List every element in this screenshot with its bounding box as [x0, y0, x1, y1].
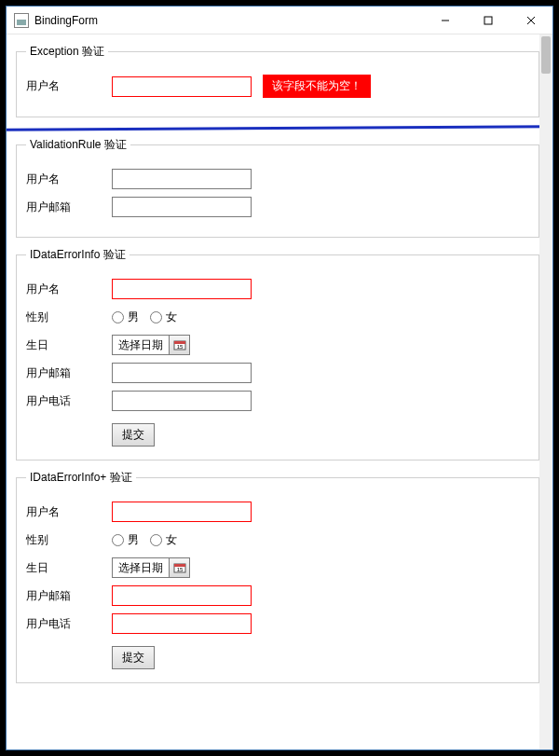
row-email: 用户邮箱 [26, 362, 529, 384]
row-username: 用户名 [26, 501, 529, 523]
radio-male-input[interactable] [112, 311, 124, 323]
label-phone: 用户电话 [26, 393, 112, 409]
row-gender: 性别 男 女 [26, 306, 529, 328]
label-username: 用户名 [26, 78, 112, 94]
row-submit: 提交 [26, 423, 529, 447]
close-icon [526, 16, 536, 25]
input-email[interactable] [112, 197, 252, 217]
row-phone: 用户电话 [26, 612, 529, 635]
group-legend: Exception 验证 [26, 44, 108, 60]
label-birthday: 生日 [26, 560, 112, 576]
svg-text:15: 15 [176, 567, 183, 572]
label-username: 用户名 [26, 282, 112, 297]
row-email: 用户邮箱 [26, 584, 529, 607]
radio-male[interactable]: 男 [112, 309, 139, 325]
titlebar: BindingForm [7, 7, 552, 34]
label-email: 用户邮箱 [26, 199, 112, 215]
datepicker-text: 选择日期 [113, 560, 169, 576]
minimize-button[interactable] [424, 7, 467, 34]
input-phone[interactable] [112, 613, 252, 634]
error-badge: 该字段不能为空！ [263, 75, 371, 98]
label-username: 用户名 [26, 504, 112, 520]
row-username: 用户名 [26, 278, 529, 300]
svg-text:15: 15 [176, 344, 183, 350]
close-button[interactable] [510, 7, 552, 34]
group-legend: ValidationRule 验证 [26, 137, 130, 153]
datepicker[interactable]: 选择日期 15 [112, 557, 190, 578]
calendar-icon[interactable]: 15 [169, 336, 189, 354]
radio-male-input[interactable] [112, 534, 124, 546]
minimize-icon [441, 16, 450, 25]
label-phone: 用户电话 [26, 616, 112, 632]
row-birthday: 生日 选择日期 15 [26, 557, 529, 579]
app-window: BindingForm Exception 验证 用户名 该字段不能为空！ Va… [6, 6, 553, 750]
radio-female[interactable]: 女 [150, 532, 177, 548]
row-gender: 性别 男 女 [26, 529, 529, 551]
submit-button[interactable]: 提交 [112, 646, 155, 669]
label-birthday: 生日 [26, 337, 112, 353]
input-username[interactable] [112, 76, 252, 97]
app-icon [14, 13, 29, 28]
radio-female-input[interactable] [150, 311, 162, 323]
group-legend: IDataErrorInfo+ 验证 [26, 470, 136, 486]
groupbox-exception: Exception 验证 用户名 该字段不能为空！ [16, 44, 539, 117]
groupbox-idataerrorinfo-plus: IDataErrorInfo+ 验证 用户名 性别 男 女 [16, 470, 539, 683]
groupbox-idataerrorinfo: IDataErrorInfo 验证 用户名 性别 男 女 [16, 247, 539, 460]
input-username[interactable] [112, 502, 252, 522]
row-username: 用户名 该字段不能为空！ [26, 75, 529, 98]
row-submit: 提交 [26, 646, 529, 669]
window-title: BindingForm [34, 14, 98, 27]
radio-female-label: 女 [166, 532, 177, 548]
row-phone: 用户电话 [26, 390, 529, 412]
radio-male[interactable]: 男 [112, 532, 139, 548]
label-email: 用户邮箱 [26, 365, 112, 381]
radio-female-label: 女 [166, 309, 177, 325]
row-email: 用户邮箱 [26, 196, 529, 218]
input-email[interactable] [112, 585, 252, 606]
group-legend: IDataErrorInfo 验证 [26, 247, 130, 263]
input-username[interactable] [112, 169, 252, 189]
label-username: 用户名 [26, 172, 112, 187]
row-birthday: 生日 选择日期 15 [26, 334, 529, 356]
radio-male-label: 男 [128, 532, 139, 548]
maximize-icon [484, 16, 493, 25]
calendar-icon[interactable]: 15 [169, 558, 189, 577]
separator-line [7, 125, 549, 131]
input-email[interactable] [112, 363, 252, 383]
label-email: 用户邮箱 [26, 588, 112, 604]
maximize-button[interactable] [467, 7, 510, 34]
datepicker-text: 选择日期 [113, 337, 169, 353]
radio-group-gender: 男 女 [112, 309, 177, 325]
radio-group-gender: 男 女 [112, 532, 177, 548]
label-gender: 性别 [26, 532, 112, 548]
input-phone[interactable] [112, 391, 252, 411]
row-username: 用户名 [26, 168, 529, 190]
datepicker[interactable]: 选择日期 15 [112, 335, 190, 355]
scrollbar-thumb[interactable] [541, 36, 551, 74]
radio-male-label: 男 [128, 309, 139, 325]
client-area: Exception 验证 用户名 该字段不能为空！ ValidationRule… [7, 34, 552, 749]
label-gender: 性别 [26, 309, 112, 325]
groupbox-validationrule: ValidationRule 验证 用户名 用户邮箱 [16, 137, 539, 238]
svg-rect-1 [484, 17, 492, 24]
vertical-scrollbar[interactable] [539, 34, 552, 749]
radio-female[interactable]: 女 [150, 309, 177, 325]
radio-female-input[interactable] [150, 534, 162, 546]
submit-button[interactable]: 提交 [112, 423, 155, 447]
input-username[interactable] [112, 279, 252, 299]
